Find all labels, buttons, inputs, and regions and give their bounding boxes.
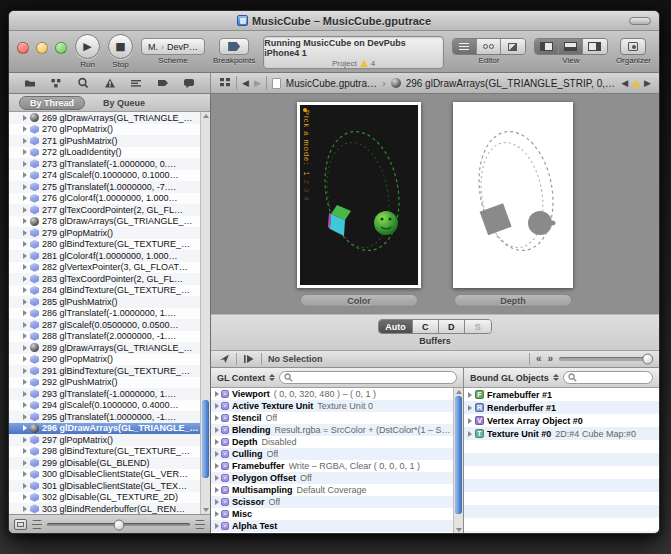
next-issue-button[interactable]: ▶: [644, 78, 651, 88]
gl-state-row[interactable]: Polygon Offset Off: [211, 472, 452, 484]
disclosure-triangle-icon[interactable]: [23, 230, 27, 236]
gl-context-scrollbar[interactable]: [453, 388, 463, 534]
disclosure-triangle-icon[interactable]: [23, 414, 27, 420]
stop-button[interactable]: ■: [108, 34, 133, 59]
gl-call-row[interactable]: 275 glTranslatef(1.0000000, -7.…: [9, 181, 200, 193]
pane-size-slider[interactable]: [559, 357, 651, 361]
debug-navigator-icon[interactable]: [130, 77, 142, 89]
disclosure-triangle-icon[interactable]: [23, 195, 27, 201]
disclosure-triangle-icon[interactable]: [23, 172, 27, 178]
disclosure-triangle-icon[interactable]: [215, 463, 219, 469]
disclosure-triangle-icon[interactable]: [23, 299, 27, 305]
bound-object-row[interactable]: F Framebuffer #1: [464, 388, 659, 401]
disclosure-triangle-icon[interactable]: [468, 392, 472, 398]
disclosure-triangle-icon[interactable]: [23, 483, 27, 489]
gl-call-row[interactable]: 285 glPushMatrix(): [9, 296, 200, 308]
bound-object-row[interactable]: V Vertex Array Object #0: [464, 414, 659, 427]
gl-call-row[interactable]: 277 glTexCoordPointer(2, GL_FL…: [9, 204, 200, 216]
gl-call-row[interactable]: 284 glBindTexture(GL_TEXTURE_…: [9, 285, 200, 297]
gl-context-search-input[interactable]: [296, 373, 452, 382]
slider-knob[interactable]: [113, 519, 124, 530]
close-button[interactable]: [17, 42, 29, 54]
gl-call-row[interactable]: 303 glBindRenderbuffer(GL_REN…: [9, 503, 200, 514]
scroll-down-icon[interactable]: [456, 528, 462, 532]
navigator-view-button[interactable]: [535, 39, 559, 54]
disclosure-triangle-icon[interactable]: [23, 264, 27, 270]
assistant-editor-button[interactable]: [477, 39, 501, 54]
disclosure-triangle-icon[interactable]: [23, 391, 27, 397]
previous-issue-button[interactable]: ◀: [621, 78, 628, 88]
disclosure-triangle-icon[interactable]: [23, 253, 27, 259]
back-button[interactable]: ◀: [242, 78, 249, 88]
disclosure-triangle-icon[interactable]: [468, 431, 472, 437]
gl-call-row[interactable]: 281 glColor4f(1.0000000, 1.000…: [9, 250, 200, 262]
gl-call-row[interactable]: 298 glBindTexture(GL_TEXTURE_…: [9, 446, 200, 458]
bound-object-row[interactable]: T Texture Unit #0 2D:#4 Cube Map:#0: [464, 427, 659, 440]
gl-call-row[interactable]: 297 glPopMatrix(): [9, 434, 200, 446]
buffer-segment-button[interactable]: C: [413, 320, 439, 333]
disclosure-triangle-icon[interactable]: [215, 475, 219, 481]
disclosure-triangle-icon[interactable]: [215, 499, 219, 505]
disclosure-triangle-icon[interactable]: [215, 439, 219, 445]
disclosure-triangle-icon[interactable]: [215, 391, 219, 397]
gl-call-row[interactable]: 291 glBindTexture(GL_TEXTURE_…: [9, 365, 200, 377]
gl-state-row[interactable]: Blending Result.rgba = SrcColor + (DstCo…: [211, 424, 452, 436]
scroll-down-icon[interactable]: [203, 508, 209, 512]
disclosure-triangle-icon[interactable]: [23, 333, 27, 339]
list-detail-icon[interactable]: [32, 520, 42, 529]
disclosure-triangle-icon[interactable]: [23, 161, 27, 167]
disclosure-triangle-icon[interactable]: [215, 427, 219, 433]
gl-call-row[interactable]: 272 glLoadIdentity(): [9, 147, 200, 159]
popup-arrows-icon[interactable]: [553, 374, 559, 381]
gl-state-row[interactable]: Misc: [211, 508, 452, 520]
toolbar-toggle-button[interactable]: [629, 17, 651, 25]
gl-call-row[interactable]: 270 glPopMatrix(): [9, 124, 200, 136]
disclosure-triangle-icon[interactable]: [23, 207, 27, 213]
list-compact-icon[interactable]: [195, 520, 205, 529]
gl-state-row[interactable]: Alpha Test: [211, 520, 452, 532]
buffer-segment-button[interactable]: D: [439, 320, 465, 333]
gl-call-row[interactable]: 302 glDisable(GL_TEXTURE_2D): [9, 492, 200, 504]
bound-object-row[interactable]: R Renderbuffer #1: [464, 401, 659, 414]
gl-call-row[interactable]: 295 glTranslatef(1.0000000, -1.…: [9, 411, 200, 423]
expand-panes-button[interactable]: »: [547, 354, 553, 364]
gl-state-row[interactable]: Depth Disabled: [211, 436, 452, 448]
gl-call-row[interactable]: 276 glColor4f(1.0000000, 1.000…: [9, 193, 200, 205]
disclosure-triangle-icon[interactable]: [468, 418, 472, 424]
popup-arrows-icon[interactable]: [269, 374, 275, 381]
disclosure-triangle-icon[interactable]: [23, 287, 27, 293]
gl-call-row[interactable]: 301 glDisableClientState(GL_TEX…: [9, 480, 200, 492]
gl-call-row[interactable]: 289 glDrawArrays(GL_TRIANGLE_…: [9, 342, 200, 354]
gl-call-row[interactable]: 283 glTexCoordPointer(2, GL_FL…: [9, 273, 200, 285]
disclosure-triangle-icon[interactable]: [23, 149, 27, 155]
disclosure-triangle-icon[interactable]: [23, 218, 27, 224]
related-items-icon[interactable]: [219, 77, 231, 89]
disclosure-triangle-icon[interactable]: [468, 405, 472, 411]
gl-call-row[interactable]: 299 glDisable(GL_BLEND): [9, 457, 200, 469]
minimize-button[interactable]: [36, 42, 48, 54]
disclosure-triangle-icon[interactable]: [215, 523, 219, 529]
gl-state-row[interactable]: Framebuffer Write – RGBA, Clear ( 0, 0, …: [211, 460, 452, 472]
bound-objects-search-input[interactable]: [580, 373, 648, 382]
utilities-view-button[interactable]: [583, 39, 607, 54]
disclosure-triangle-icon[interactable]: [23, 437, 27, 443]
disclosure-triangle-icon[interactable]: [23, 425, 27, 431]
organizer-button[interactable]: [620, 38, 646, 55]
gl-state-row[interactable]: Multisampling Default Coverage: [211, 484, 452, 496]
scheme-selector[interactable]: M. › DevP…: [141, 38, 205, 55]
disclosure-triangle-icon[interactable]: [215, 511, 219, 517]
scope-tab[interactable]: By Thread: [19, 96, 85, 110]
log-navigator-icon[interactable]: [183, 77, 195, 89]
gl-state-row[interactable]: Stencil Off: [211, 412, 452, 424]
slider-knob[interactable]: [642, 354, 653, 365]
disclosure-triangle-icon[interactable]: [23, 345, 27, 351]
gl-call-row[interactable]: 288 glTranslatef(2.0000000, -1.…: [9, 331, 200, 343]
disclosure-triangle-icon[interactable]: [23, 379, 27, 385]
disclosure-triangle-icon[interactable]: [23, 322, 27, 328]
bound-objects-search[interactable]: [563, 371, 653, 384]
step-to-icon[interactable]: [243, 350, 255, 368]
gl-call-row[interactable]: 294 glScalef(0.1000000, 0.4000…: [9, 400, 200, 412]
disclosure-triangle-icon[interactable]: [23, 115, 27, 121]
current-location-icon[interactable]: [219, 350, 230, 368]
gl-call-row[interactable]: 274 glScalef(0.1000000, 0.1000…: [9, 170, 200, 182]
